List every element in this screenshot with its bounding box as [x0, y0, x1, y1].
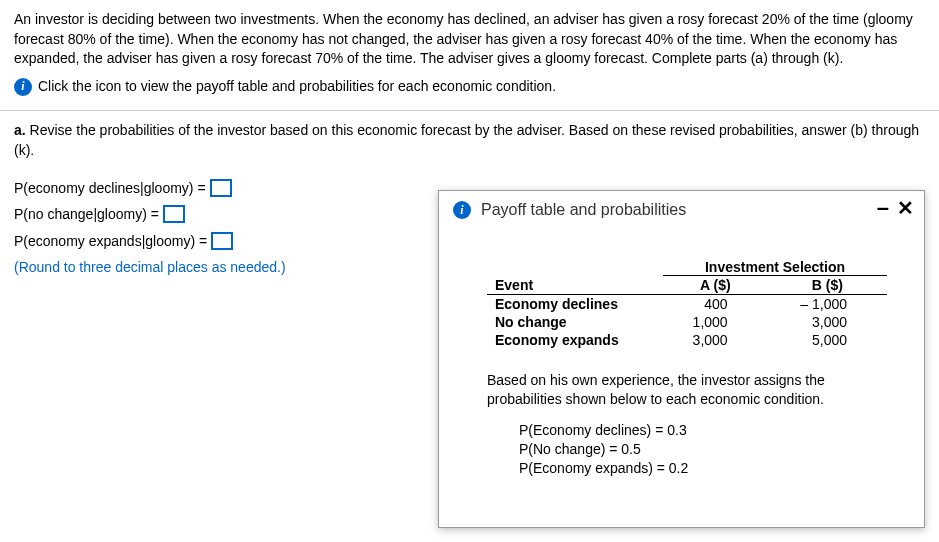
info-line: i Click the icon to view the payoff tabl… — [14, 77, 925, 97]
table-row: Economy declines 400 – 1,000 — [487, 295, 887, 314]
col-b: B ($) — [768, 276, 887, 295]
row-b: 5,000 — [768, 331, 887, 349]
popup-header: i Payoff table and probabilities – ✕ — [439, 191, 924, 229]
table-row: Economy expands 3,000 5,000 — [487, 331, 887, 349]
prob-line-1: P(Economy declines) = 0.3 — [519, 421, 894, 440]
prob-line-3: P(Economy expands) = 0.2 — [519, 459, 894, 478]
payoff-table: Investment Selection Event A ($) B ($) E… — [487, 259, 887, 349]
popup-controls: – ✕ — [877, 197, 914, 219]
part-a-body: Revise the probabilities of the investor… — [14, 122, 919, 158]
answer-label-2: P(no change|gloomy) = — [14, 201, 159, 228]
answer-input-2[interactable] — [163, 205, 185, 223]
divider — [0, 110, 939, 111]
part-a-label: a. — [14, 122, 26, 138]
popup-body: Investment Selection Event A ($) B ($) E… — [439, 229, 924, 487]
row-event: No change — [487, 313, 663, 331]
prob-block: P(Economy declines) = 0.3 P(No change) =… — [487, 421, 894, 478]
row-a: 400 — [663, 295, 768, 314]
info-line-text: Click the icon to view the payoff table … — [38, 77, 556, 97]
table-spanner: Investment Selection — [663, 259, 887, 276]
part-a-text: a. Revise the probabilities of the inves… — [14, 122, 919, 158]
table-row: No change 1,000 3,000 — [487, 313, 887, 331]
popup-title: Payoff table and probabilities — [481, 201, 686, 219]
prob-line-2: P(No change) = 0.5 — [519, 440, 894, 459]
row-a: 1,000 — [663, 313, 768, 331]
answer-label-1: P(economy declines|gloomy) = — [14, 175, 206, 202]
info-icon: i — [453, 201, 471, 219]
answer-input-1[interactable] — [210, 179, 232, 197]
col-event: Event — [487, 276, 663, 295]
row-event: Economy expands — [487, 331, 663, 349]
row-a: 3,000 — [663, 331, 768, 349]
row-b: 3,000 — [768, 313, 887, 331]
popup-note: Based on his own experience, the investo… — [487, 371, 894, 409]
close-icon[interactable]: ✕ — [897, 198, 914, 218]
answer-label-3: P(economy expands|gloomy) = — [14, 228, 207, 255]
answer-input-3[interactable] — [211, 232, 233, 250]
row-b: – 1,000 — [768, 295, 887, 314]
part-a: a. Revise the probabilities of the inves… — [0, 117, 939, 168]
payoff-popup: i Payoff table and probabilities – ✕ Inv… — [438, 190, 925, 528]
question-text: An investor is deciding between two inve… — [14, 10, 925, 69]
question-area: An investor is deciding between two inve… — [0, 0, 939, 104]
info-icon[interactable]: i — [14, 78, 32, 96]
row-event: Economy declines — [487, 295, 663, 314]
minimize-icon[interactable]: – — [877, 197, 889, 219]
col-a: A ($) — [663, 276, 768, 295]
